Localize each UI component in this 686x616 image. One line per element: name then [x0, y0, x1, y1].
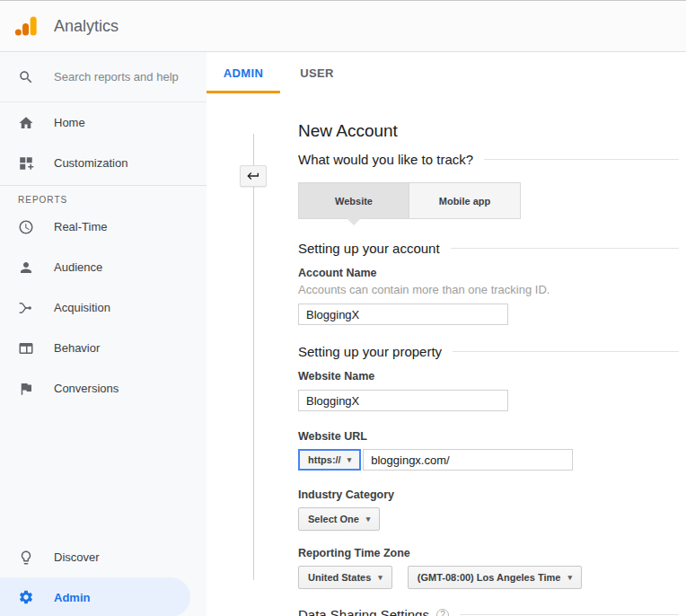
sidebar-item-customization[interactable]: Customization [0, 143, 207, 183]
sidebar-item-home[interactable]: Home [0, 102, 207, 143]
track-question-heading: What would you like to track? [298, 152, 679, 167]
sidebar-item-behavior[interactable]: Behavior [0, 328, 207, 368]
timezone-country-value: United States [308, 572, 371, 583]
sidebar-item-label: Audience [54, 260, 102, 274]
customization-icon [18, 155, 34, 172]
website-name-label: Website Name [298, 370, 679, 383]
timezone-country-dropdown[interactable]: United States ▾ [298, 566, 392, 589]
gear-icon [18, 589, 34, 605]
property-section-heading: Setting up your property [298, 344, 679, 359]
track-question-text: What would you like to track? [298, 152, 473, 167]
sidebar-item-admin[interactable]: Admin [0, 577, 190, 616]
chevron-down-icon: ▾ [366, 515, 371, 524]
timezone-value: (GMT-08:00) Los Angeles Time [418, 572, 561, 583]
protocol-value: https:// [308, 454, 341, 465]
account-section-heading: Setting up your account [298, 241, 679, 256]
website-url-label: Website URL [298, 430, 679, 443]
sidebar-spacer [0, 409, 207, 537]
sidebar-item-discover[interactable]: Discover [0, 537, 207, 577]
industry-category-value: Select One [308, 514, 359, 524]
google-analytics-logo-icon [13, 13, 40, 40]
timezone-value-dropdown[interactable]: (GMT-08:00) Los Angeles Time ▾ [408, 566, 582, 589]
account-name-input[interactable] [298, 304, 508, 325]
track-type-toggle: Website Mobile app [298, 182, 679, 219]
tab-user[interactable]: USER [280, 52, 354, 93]
sidebar-item-label: Discover [54, 550, 100, 564]
sidebar-item-conversions[interactable]: Conversions [0, 368, 207, 409]
back-arrow-icon [246, 169, 260, 183]
lightbulb-icon [18, 550, 34, 566]
property-section-title: Setting up your property [298, 344, 442, 359]
main-panel: ADMIN USER New Account What would you li… [207, 52, 686, 616]
industry-category-label: Industry Category [298, 488, 679, 501]
account-name-helper: Accounts can contain more than one track… [298, 283, 679, 296]
tab-admin[interactable]: ADMIN [207, 52, 280, 93]
protocol-dropdown[interactable]: https:// ▾ [298, 449, 361, 471]
search-bar[interactable] [0, 52, 207, 102]
sidebar-item-acquisition[interactable]: Acquisition [0, 287, 207, 328]
sidebar-item-label: Home [54, 116, 85, 129]
website-toggle-button[interactable]: Website [298, 182, 409, 219]
timezone-row: United States ▾ (GMT-08:00) Los Angeles … [298, 566, 679, 589]
sidebar-item-label: Conversions [54, 382, 119, 395]
sidebar-item-audience[interactable]: Audience [0, 247, 207, 287]
sidebar-item-label: Acquisition [54, 301, 110, 314]
industry-category-dropdown[interactable]: Select One ▾ [298, 507, 380, 531]
data-sharing-title: Data Sharing Settings [298, 607, 429, 616]
timezone-label: Reporting Time Zone [298, 547, 679, 559]
help-question-icon[interactable]: ? [436, 609, 449, 616]
account-name-label: Account Name [298, 267, 679, 279]
analytics-app-window: Analytics Home Customization REPORTS Rea… [0, 0, 686, 616]
reports-section-label: REPORTS [0, 186, 207, 207]
chevron-down-icon: ▾ [567, 573, 572, 582]
clock-icon [18, 219, 34, 235]
website-url-input[interactable] [363, 449, 573, 471]
sidebar-item-label: Admin [54, 591, 90, 604]
admin-content: New Account What would you like to track… [207, 93, 686, 616]
person-icon [18, 260, 34, 276]
new-account-form: New Account What would you like to track… [298, 93, 686, 616]
section-rule [484, 159, 679, 160]
section-rule [451, 248, 679, 249]
app-header: Analytics [0, 1, 686, 52]
page-title: New Account [298, 121, 679, 141]
search-icon [18, 69, 34, 85]
app-title: Analytics [54, 17, 119, 36]
sidebar-item-label: Behavior [54, 341, 100, 355]
sidebar-item-label: Customization [54, 156, 128, 170]
account-section-title: Setting up your account [298, 241, 440, 256]
section-rule [460, 614, 679, 615]
timeline-vertical-line [253, 134, 254, 580]
mobile-app-toggle-button[interactable]: Mobile app [409, 182, 521, 219]
website-url-row: https:// ▾ [298, 449, 679, 471]
website-name-input[interactable] [298, 390, 508, 411]
sidebar-item-real-time[interactable]: Real-Time [0, 207, 207, 247]
chevron-down-icon: ▾ [378, 573, 383, 582]
search-input[interactable] [54, 70, 180, 84]
acquisition-branch-icon [18, 300, 34, 316]
sidebar: Home Customization REPORTS Real-Time Aud… [0, 52, 207, 616]
back-button[interactable] [240, 165, 267, 187]
flag-icon [18, 381, 34, 397]
data-sharing-heading: Data Sharing Settings ? [298, 607, 679, 616]
admin-user-tabbar: ADMIN USER [207, 52, 686, 93]
browser-window-icon [18, 340, 34, 356]
section-rule [453, 351, 679, 352]
chevron-down-icon: ▾ [347, 455, 352, 464]
sidebar-item-label: Real-Time [54, 220, 107, 233]
home-icon [18, 115, 34, 131]
